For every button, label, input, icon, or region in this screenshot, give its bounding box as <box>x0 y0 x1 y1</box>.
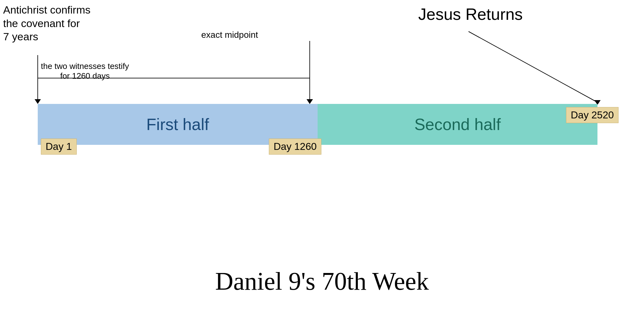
witnesses-label: the two witnesses testify for 1260 days <box>41 61 129 81</box>
svg-marker-5 <box>307 99 313 104</box>
day1260-text: Day 1260 <box>274 141 317 152</box>
antichrist-label: Antichrist confirms the covenant for 7 y… <box>3 3 91 43</box>
svg-marker-1 <box>35 99 41 104</box>
antichrist-line1: Antichrist confirms <box>3 4 91 16</box>
midpoint-label: exact midpoint <box>201 30 258 40</box>
antichrist-line3: 7 years <box>3 31 38 43</box>
diagram-container: Antichrist confirms the covenant for 7 y… <box>0 0 644 324</box>
day2520-badge: Day 2520 <box>566 107 619 123</box>
svg-line-8 <box>469 31 597 102</box>
antichrist-line2: the covenant for <box>3 17 80 29</box>
day1260-badge: Day 1260 <box>269 139 321 155</box>
witnesses-line2: for 1260 days <box>60 71 110 81</box>
second-half-label: Second half <box>414 115 501 134</box>
midpoint-text: exact midpoint <box>201 30 258 40</box>
second-half-block: Second half <box>318 104 597 145</box>
witnesses-line1: the two witnesses testify <box>41 61 129 71</box>
bottom-title: Daniel 9's 70th Week <box>0 267 644 296</box>
day2520-text: Day 2520 <box>571 109 614 121</box>
jesus-returns-text: Jesus Returns <box>418 5 523 23</box>
arrows-svg <box>0 0 644 189</box>
bottom-title-text: Daniel 9's 70th Week <box>215 267 429 295</box>
day1-badge: Day 1 <box>41 139 77 155</box>
svg-marker-7 <box>307 99 313 104</box>
first-half-label: First half <box>146 115 209 134</box>
jesus-returns-label: Jesus Returns <box>418 5 523 24</box>
day1-text: Day 1 <box>46 141 72 152</box>
